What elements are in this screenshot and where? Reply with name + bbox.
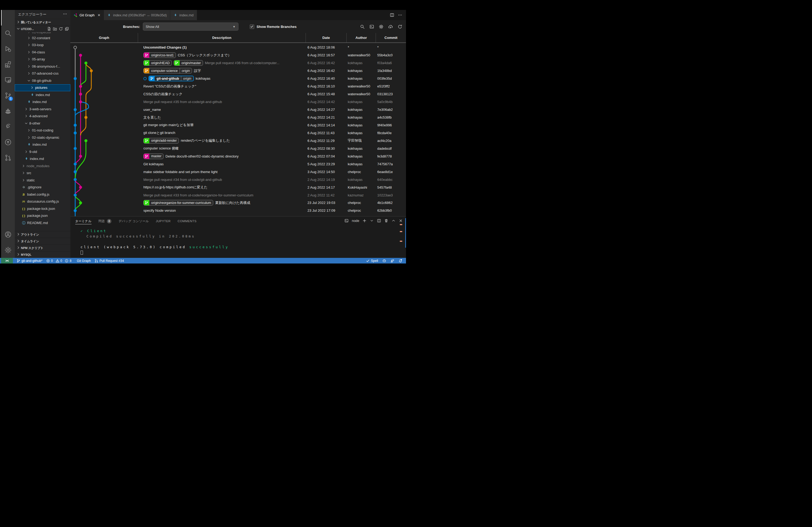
column-header-author[interactable]: Author [347, 33, 376, 42]
close-panel-icon[interactable] [399, 219, 403, 223]
commit-row-e51f3ff2[interactable]: Revert "CSSの節の画像チェック"6 Aug 2022 16:10wat… [70, 82, 406, 90]
activitybar-docker-icon[interactable] [1, 103, 15, 119]
tree-item-pictures[interactable]: pictures [15, 84, 70, 91]
tree-item-index-md[interactable]: index.md [15, 141, 70, 148]
more-actions-icon[interactable] [398, 13, 402, 17]
activitybar-pull-request-icon[interactable] [1, 150, 15, 166]
commit-row-9f40e996[interactable]: git merge origin mainなどを加筆6 Aug 2022 14:… [70, 121, 406, 129]
maximize-panel-icon[interactable] [392, 219, 395, 223]
column-header-graph[interactable]: Graph [70, 33, 138, 42]
tree-item--gitignore[interactable]: .gitignore [15, 184, 70, 191]
commit-row-7e306ab2[interactable]: user_name6 Aug 2022 14:27kokhayas7e306ab… [70, 106, 406, 114]
terminal-output[interactable]: ✓ Client Compiled successfully in 202.08… [70, 226, 406, 255]
ref-badge-origin/HEAD[interactable]: origin/HEAD [143, 60, 172, 66]
tree-item-docusaurus-config-js[interactable]: JSdocusaurus.config.js [15, 198, 70, 205]
status-feedback[interactable] [390, 259, 394, 263]
editor-tab-index-md-003fe35d-003fe35d-[interactable]: index.md (003fe35d^ ↔ 003fe35d) [104, 10, 170, 20]
branches-dropdown[interactable]: Show All ▼ [143, 22, 238, 31]
activitybar-settings-icon[interactable] [1, 242, 15, 258]
ref-badge-git-and-github[interactable]: git-and-githuborigin [148, 76, 194, 81]
refresh-icon[interactable] [59, 27, 63, 31]
ref-badge-origin/reorganize-for-summer-curriculum[interactable]: origin/reorganize-for-summer-curriculum [143, 200, 213, 206]
search-icon[interactable] [360, 25, 365, 29]
commit-row-acf4c20a[interactable]: origin/add-renderrenderのページを編集しました6 Aug … [70, 137, 406, 145]
panel-tab-COMMENTS[interactable]: COMMENTS [177, 220, 196, 223]
activitybar-run-debug-icon[interactable] [1, 41, 15, 57]
tree-item-02-static-dynamic[interactable]: 02-static-dynamic [15, 134, 70, 141]
gear-icon[interactable] [379, 25, 383, 29]
status-git-graph[interactable]: Git Graph [77, 259, 91, 263]
activitybar-remote-explorer-icon[interactable] [1, 72, 15, 88]
tree-item-src[interactable]: src [15, 169, 70, 177]
activitybar-explorer-icon[interactable] [1, 10, 15, 26]
tree-item-01-not-coding[interactable]: 01-not-coding [15, 127, 70, 134]
ref-badge-origin/css-test1[interactable]: origin/css-test1 [143, 52, 176, 58]
activitybar-account-icon[interactable] [1, 227, 15, 242]
tree-item-05-array[interactable]: 05-array [15, 56, 70, 63]
commit-row-62bb3fb0[interactable]: specify Node version23 Jul 2022 17:09che… [70, 207, 406, 214]
activitybar-search-icon[interactable] [1, 26, 15, 41]
column-header-description[interactable]: Description [138, 33, 306, 42]
commit-row-4b1c6862[interactable]: origin/reorganize-for-summer-curriculum夏… [70, 199, 406, 207]
commit-row-f03a4da6[interactable]: origin/HEADorigin/masterMerge pull reque… [70, 59, 406, 67]
ref-badge-master[interactable]: master [143, 153, 163, 159]
tree-item-08-git-github[interactable]: 08-git-github [15, 77, 70, 84]
commit-row-f8cda40e[interactable]: git cloneとgit branch6 Aug 2022 11:43kokh… [70, 129, 406, 137]
tree-item-index-md[interactable]: index.md [15, 155, 70, 163]
tree-item-06-anonymous-f-[interactable]: 06-anonymous-f... [15, 63, 70, 70]
new-folder-icon[interactable] [53, 27, 57, 31]
sidebar-section-MYSQL[interactable]: MYSQL [15, 251, 70, 258]
sidebar-section-アウトライン[interactable]: アウトライン [15, 231, 70, 238]
commit-row-5a0c9b4b[interactable]: Merge pull request #35 from ut-code/git-… [70, 98, 406, 106]
tree-item-static[interactable]: static [15, 177, 70, 184]
terminal-icon[interactable] [345, 219, 349, 223]
sidebar-section-NPM スクリプト[interactable]: NPM スクリプト [15, 244, 70, 251]
ref-badge-computer-science[interactable]: computer-scienceorigin [143, 68, 192, 74]
status-problems[interactable]: 008 [46, 259, 73, 263]
tree-item-3-web-servers[interactable]: 3-web-servers [15, 105, 70, 113]
activitybar-live-share-icon[interactable] [1, 119, 15, 134]
ref-badge-origin/add-render[interactable]: origin/add-render [143, 138, 179, 144]
new-terminal-icon[interactable] [362, 219, 366, 223]
editor-tab-index-md[interactable]: index.md [170, 10, 197, 20]
commit-row-640eabbc[interactable]: Merge pull request #34 from ut-code/git-… [70, 176, 406, 183]
new-file-icon[interactable] [47, 27, 51, 31]
sidebar-section-タイムライン[interactable]: タイムライン [15, 238, 70, 244]
tree-item-babel-config-js[interactable]: Bbabel.config.js [15, 191, 70, 198]
commit-row-5457fa48[interactable]: https://.co.jpをhttps://github.comに変えた2 A… [70, 183, 406, 191]
tree-item-9-old[interactable]: 9-old [15, 148, 70, 155]
activitybar-source-control-icon[interactable]: 1 [1, 88, 15, 103]
activitybar-extensions-icon[interactable] [1, 57, 15, 72]
editor-tab-git-graph[interactable]: Git Graph✕ [70, 10, 104, 20]
commit-row-55b4a3c0[interactable]: origin/css-test1CSS（フレックスボックスまで）6 Aug 20… [70, 51, 406, 59]
status-copilot[interactable] [382, 259, 386, 263]
split-editor-icon[interactable] [390, 13, 394, 17]
tree-item-8-other[interactable]: 8-other [15, 120, 70, 127]
commit-row-*[interactable]: Uncommitted Changes (1)6 Aug 2022 18:06*… [70, 44, 406, 51]
status-spell[interactable]: Spell [366, 259, 378, 263]
show-remote-branches-checkbox[interactable] [250, 25, 254, 29]
remote-indicator[interactable]: >< [1, 258, 13, 264]
commit-row-003fe35d[interactable]: git-and-githuboriginkokhayas6 Aug 2022 1… [70, 75, 406, 82]
tree-item-index-md[interactable]: index.md [15, 99, 70, 106]
panel-tab-デバッグ コンソール[interactable]: デバッグ コンソール [118, 219, 149, 223]
commit-row-fe3d8778[interactable]: masterDelete docs/8-other/02-static-dyna… [70, 152, 406, 160]
status-pull-request[interactable]: Pull Request #34 [95, 259, 124, 263]
ref-badge-origin/master[interactable]: origin/master [174, 60, 203, 66]
commit-row-a4c538fb[interactable]: 文を直した6 Aug 2022 14:21kokhayasa4c538fb [70, 114, 406, 121]
tree-item-package-lock-json[interactable]: { }package-lock.json [15, 205, 70, 212]
tree-item-package-json[interactable]: { }package.json [15, 212, 70, 220]
kill-terminal-icon[interactable] [384, 219, 388, 223]
tree-item-07-advanced-css[interactable]: 07-advanced-css [15, 70, 70, 77]
split-terminal-icon[interactable] [377, 219, 381, 223]
terminal-dropdown-icon[interactable] [370, 219, 374, 223]
tree-item-readme-md[interactable]: README.md [15, 219, 70, 226]
commit-row-03138123[interactable]: CSSの節の画像チェック6 Aug 2022 15:48waterwalker5… [70, 90, 406, 98]
cloud-download-icon[interactable] [388, 25, 393, 29]
terminal-icon[interactable] [369, 25, 374, 29]
terminal-scrollbar[interactable] [405, 218, 406, 248]
tree-item-4-advanced[interactable]: 4-advanced [15, 113, 70, 120]
tree-item-03-loop[interactable]: 03-loop [15, 42, 70, 49]
tree-item-node-modules[interactable]: node_modules [15, 162, 70, 169]
tree-item-02-constant[interactable]: 02-constant [15, 34, 70, 42]
